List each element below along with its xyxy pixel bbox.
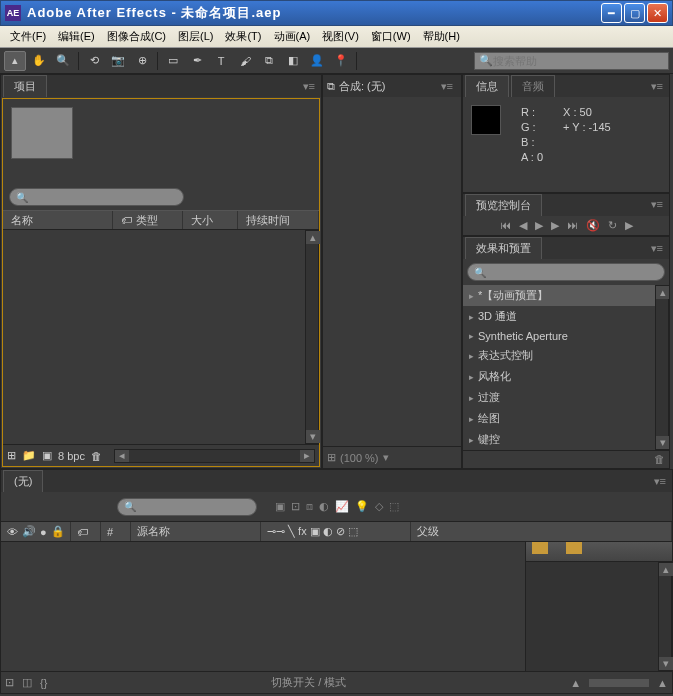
play-icon[interactable]: ▶ — [535, 219, 543, 232]
draft-3d-icon[interactable]: ⬚ — [389, 500, 399, 513]
effect-item[interactable]: ▸键控 — [463, 429, 655, 450]
comp-mini-icon[interactable]: ▣ — [275, 500, 285, 513]
ram-preview-icon[interactable]: ▶ — [625, 219, 633, 232]
panel-menu-icon[interactable]: ▾≡ — [647, 198, 667, 211]
trash-icon[interactable]: 🗑 — [654, 453, 665, 466]
zoom-level[interactable]: (100 %) — [340, 452, 379, 464]
rotate-tool[interactable]: ⟲ — [83, 51, 105, 71]
interpret-icon[interactable]: ⊞ — [7, 449, 16, 462]
zoom-out-icon[interactable]: ▲ — [570, 677, 581, 689]
timeline-search[interactable]: 🔍 — [117, 498, 257, 516]
scroll-down-icon[interactable]: ▾ — [656, 436, 669, 449]
maximize-button[interactable]: ▢ — [624, 3, 645, 23]
timeline-tab[interactable]: (无) — [3, 470, 43, 492]
menu-view[interactable]: 视图(V) — [316, 27, 365, 46]
toggle-switches-label[interactable]: 切换开关 / 模式 — [55, 675, 562, 690]
auto-keyframe-icon[interactable]: ◇ — [375, 500, 383, 513]
trash-icon[interactable]: 🗑 — [91, 450, 102, 462]
brush-tool[interactable]: 🖌 — [234, 51, 256, 71]
scrollbar-vertical[interactable]: ▴ ▾ — [655, 285, 669, 450]
menu-window[interactable]: 窗口(W) — [365, 27, 417, 46]
menu-edit[interactable]: 编辑(E) — [52, 27, 101, 46]
speaker-icon[interactable]: 🔊 — [22, 525, 36, 538]
effect-item[interactable]: ▸Synthetic Aperture — [463, 327, 655, 345]
work-area-end[interactable] — [566, 542, 582, 554]
grid-icon[interactable]: ⊞ — [327, 451, 336, 464]
scrollbar-horizontal[interactable]: ◂ ▸ — [114, 449, 315, 463]
panel-menu-icon[interactable]: ▾≡ — [650, 475, 670, 488]
prev-frame-icon[interactable]: ◀ — [519, 219, 527, 232]
menu-layer[interactable]: 图层(L) — [172, 27, 219, 46]
close-button[interactable]: ✕ — [647, 3, 668, 23]
tl-index-col[interactable]: # — [101, 522, 131, 541]
scroll-right-icon[interactable]: ▸ — [300, 450, 314, 462]
zoom-slider[interactable] — [589, 679, 649, 687]
project-search[interactable]: 🔍 — [9, 188, 184, 206]
work-area-start[interactable] — [532, 542, 548, 554]
graph-icon[interactable]: 📈 — [335, 500, 349, 513]
zoom-in-icon[interactable]: ▲ — [657, 677, 668, 689]
scrollbar-vertical[interactable]: ▴ ▾ — [305, 230, 319, 444]
col-duration[interactable]: 持续时间 — [238, 211, 319, 229]
frame-blend-icon[interactable]: ⧈ — [306, 500, 313, 513]
tl-source-name-col[interactable]: 源名称 — [131, 522, 261, 541]
pen-tool[interactable]: ✒ — [186, 51, 208, 71]
eye-icon[interactable]: 👁 — [7, 526, 18, 538]
selection-tool[interactable]: ▴ — [4, 51, 26, 71]
expand-icon[interactable]: ◫ — [22, 676, 32, 689]
camera-tool[interactable]: 📷 — [107, 51, 129, 71]
scroll-up-icon[interactable]: ▴ — [656, 286, 669, 299]
tl-parent-col[interactable]: 父级 — [411, 522, 672, 541]
col-size[interactable]: 大小 — [183, 211, 238, 229]
bpc-label[interactable]: 8 bpc — [58, 450, 85, 462]
panel-menu-icon[interactable]: ▾≡ — [647, 80, 667, 93]
effect-item[interactable]: ▸绘图 — [463, 408, 655, 429]
col-type[interactable]: 🏷类型 — [113, 211, 183, 229]
info-tab[interactable]: 信息 — [465, 75, 509, 97]
loop-icon[interactable]: ↻ — [608, 219, 617, 232]
search-help-input[interactable] — [493, 55, 664, 67]
project-list[interactable] — [3, 230, 305, 444]
project-tab[interactable]: 项目 — [3, 75, 47, 97]
effect-item[interactable]: ▸*【动画预置】 — [463, 285, 655, 306]
shy-icon[interactable]: ⊡ — [291, 500, 300, 513]
menu-composition[interactable]: 图像合成(C) — [101, 27, 172, 46]
toggle-switches-icon[interactable]: ⊡ — [5, 676, 14, 689]
effects-tab[interactable]: 效果和预置 — [465, 237, 542, 259]
next-frame-icon[interactable]: ▶ — [551, 219, 559, 232]
col-name[interactable]: 名称 — [3, 211, 113, 229]
effects-search[interactable]: 🔍 — [467, 263, 665, 281]
chevron-down-icon[interactable]: ▾ — [383, 451, 389, 464]
panel-menu-icon[interactable]: ▾≡ — [299, 80, 319, 93]
search-help[interactable]: 🔍 — [474, 52, 669, 70]
audio-tab[interactable]: 音频 — [511, 75, 555, 97]
comp-icon[interactable]: ▣ — [42, 449, 52, 462]
effect-item[interactable]: ▸过渡 — [463, 387, 655, 408]
zoom-tool[interactable]: 🔍 — [52, 51, 74, 71]
type-tool[interactable]: T — [210, 51, 232, 71]
scroll-up-icon[interactable]: ▴ — [306, 231, 320, 244]
menu-animation[interactable]: 动画(A) — [268, 27, 317, 46]
puppet-tool[interactable]: 📍 — [330, 51, 352, 71]
effect-item[interactable]: ▸3D 通道 — [463, 306, 655, 327]
effect-item[interactable]: ▸风格化 — [463, 366, 655, 387]
brainstorm-icon[interactable]: 💡 — [355, 500, 369, 513]
pan-behind-tool[interactable]: ⊕ — [131, 51, 153, 71]
eraser-tool[interactable]: ◧ — [282, 51, 304, 71]
composition-viewer[interactable] — [323, 97, 461, 446]
roto-tool[interactable]: 👤 — [306, 51, 328, 71]
panel-menu-icon[interactable]: ▾≡ — [647, 242, 667, 255]
rectangle-tool[interactable]: ▭ — [162, 51, 184, 71]
solo-icon[interactable]: ● — [40, 526, 47, 538]
hand-tool[interactable]: ✋ — [28, 51, 50, 71]
mute-icon[interactable]: 🔇 — [586, 219, 600, 232]
first-frame-icon[interactable]: ⏮ — [500, 219, 511, 231]
preview-tab[interactable]: 预览控制台 — [465, 194, 542, 216]
menu-file[interactable]: 文件(F) — [4, 27, 52, 46]
lock-icon[interactable]: 🔒 — [51, 525, 65, 538]
motion-blur-icon[interactable]: ◐ — [319, 500, 329, 513]
menu-help[interactable]: 帮助(H) — [417, 27, 466, 46]
timeline-layer-area[interactable] — [1, 542, 526, 671]
clone-tool[interactable]: ⧉ — [258, 51, 280, 71]
panel-menu-icon[interactable]: ▾≡ — [437, 80, 457, 93]
